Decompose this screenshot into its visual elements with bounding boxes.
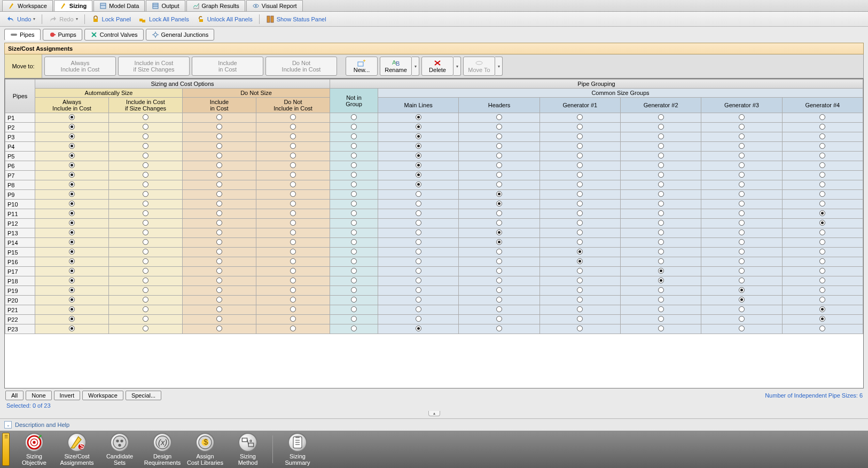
group-radio-cell[interactable]	[378, 296, 459, 305]
cost-radio-cell[interactable]	[256, 228, 330, 238]
sub-tab-control-valves[interactable]: Control Valves	[84, 29, 144, 41]
cost-radio-cell[interactable]	[256, 219, 330, 228]
group-radio-cell[interactable]	[330, 200, 378, 209]
new-group-button[interactable]: New...	[346, 57, 378, 76]
group-radio-cell[interactable]	[782, 190, 863, 200]
group-radio-cell[interactable]	[539, 305, 620, 315]
cost-radio-cell[interactable]	[35, 228, 109, 238]
group-radio-cell[interactable]	[378, 324, 459, 334]
cost-radio-cell[interactable]	[35, 315, 109, 324]
cost-radio-cell[interactable]	[256, 132, 330, 142]
cost-radio-cell[interactable]	[256, 305, 330, 315]
group-radio-cell[interactable]	[782, 113, 863, 123]
group-radio-cell[interactable]	[378, 257, 459, 267]
lock-all-panels-button[interactable]: Lock All Panels	[135, 14, 192, 25]
table-row[interactable]: P7	[5, 171, 863, 180]
main-tab-model-data[interactable]: Model Data	[93, 0, 145, 11]
nav-candidate-sets[interactable]: CandidateSets	[98, 433, 141, 466]
moveto-option-2[interactable]: Includein Cost	[192, 57, 263, 76]
cost-radio-cell[interactable]	[35, 276, 109, 286]
group-radio-cell[interactable]	[539, 171, 620, 180]
cost-radio-cell[interactable]	[109, 209, 183, 219]
group-radio-cell[interactable]	[621, 296, 701, 305]
group-radio-cell[interactable]	[621, 315, 701, 324]
group-radio-cell[interactable]	[330, 238, 378, 248]
group-radio-cell[interactable]	[782, 152, 863, 161]
cost-radio-cell[interactable]	[256, 324, 330, 334]
cost-radio-cell[interactable]	[256, 142, 330, 152]
cost-radio-cell[interactable]	[109, 276, 183, 286]
cost-radio-cell[interactable]	[183, 161, 256, 171]
group-radio-cell[interactable]	[459, 123, 539, 132]
group-radio-cell[interactable]	[459, 267, 539, 276]
pipe-name-cell[interactable]: P3	[5, 132, 35, 142]
group-radio-cell[interactable]	[330, 190, 378, 200]
group-radio-cell[interactable]	[701, 113, 782, 123]
nav-design-requirements[interactable]: (x)DesignRequirements	[141, 433, 184, 466]
group-radio-cell[interactable]	[539, 123, 620, 132]
group-radio-cell[interactable]	[330, 324, 378, 334]
cost-radio-cell[interactable]	[109, 228, 183, 238]
cost-radio-cell[interactable]	[256, 248, 330, 257]
group-radio-cell[interactable]	[459, 305, 539, 315]
delete-group-button[interactable]: Delete	[421, 57, 453, 76]
select-invert-button[interactable]: Invert	[54, 391, 81, 400]
cost-radio-cell[interactable]	[256, 152, 330, 161]
redo-button[interactable]: Redo▾	[45, 14, 81, 25]
table-row[interactable]: P2	[5, 123, 863, 132]
group-radio-cell[interactable]	[378, 286, 459, 296]
main-tab-visual-report[interactable]: Visual Report	[246, 0, 303, 11]
cost-radio-cell[interactable]	[109, 267, 183, 276]
group-radio-cell[interactable]	[539, 190, 620, 200]
group-radio-cell[interactable]	[782, 276, 863, 286]
group-radio-cell[interactable]	[782, 142, 863, 152]
table-row[interactable]: P13	[5, 228, 863, 238]
pipe-name-cell[interactable]: P17	[5, 267, 35, 276]
cost-radio-cell[interactable]	[109, 171, 183, 180]
group-radio-cell[interactable]	[378, 171, 459, 180]
cost-radio-cell[interactable]	[109, 257, 183, 267]
group-radio-cell[interactable]	[701, 200, 782, 209]
group-radio-cell[interactable]	[782, 161, 863, 171]
table-row[interactable]: P8	[5, 180, 863, 190]
cost-radio-cell[interactable]	[183, 238, 256, 248]
cost-radio-cell[interactable]	[35, 324, 109, 334]
table-row[interactable]: P3	[5, 132, 863, 142]
panel-collapser[interactable]: ▴	[428, 411, 440, 416]
group-radio-cell[interactable]	[378, 228, 459, 238]
move-to-group-button[interactable]: Move To	[463, 57, 495, 76]
group-radio-cell[interactable]	[539, 238, 620, 248]
group-radio-cell[interactable]	[782, 296, 863, 305]
group-radio-cell[interactable]	[621, 257, 701, 267]
group-radio-cell[interactable]	[539, 248, 620, 257]
group-radio-cell[interactable]	[782, 171, 863, 180]
table-row[interactable]: P1	[5, 113, 863, 123]
cost-radio-cell[interactable]	[183, 248, 256, 257]
group-radio-cell[interactable]	[539, 152, 620, 161]
main-tab-output[interactable]: Output	[146, 0, 185, 11]
moveto-option-0[interactable]: AlwaysInclude in Cost	[44, 57, 116, 76]
group-radio-cell[interactable]	[539, 296, 620, 305]
group-radio-cell[interactable]	[782, 238, 863, 248]
group-radio-cell[interactable]	[782, 200, 863, 209]
table-row[interactable]: P19	[5, 286, 863, 296]
group-radio-cell[interactable]	[539, 219, 620, 228]
group-radio-cell[interactable]	[782, 209, 863, 219]
cost-radio-cell[interactable]	[183, 171, 256, 180]
group-radio-cell[interactable]	[459, 238, 539, 248]
group-radio-cell[interactable]	[330, 171, 378, 180]
cost-radio-cell[interactable]	[35, 113, 109, 123]
cost-radio-cell[interactable]	[109, 190, 183, 200]
pipe-name-cell[interactable]: P15	[5, 248, 35, 257]
group-radio-cell[interactable]	[459, 132, 539, 142]
cost-radio-cell[interactable]	[35, 180, 109, 190]
group-radio-cell[interactable]	[330, 267, 378, 276]
cost-radio-cell[interactable]	[183, 113, 256, 123]
table-row[interactable]: P12	[5, 219, 863, 228]
group-radio-cell[interactable]	[701, 315, 782, 324]
group-radio-cell[interactable]	[539, 142, 620, 152]
group-radio-cell[interactable]	[701, 171, 782, 180]
group-radio-cell[interactable]	[701, 142, 782, 152]
cost-radio-cell[interactable]	[183, 209, 256, 219]
group-radio-cell[interactable]	[459, 219, 539, 228]
